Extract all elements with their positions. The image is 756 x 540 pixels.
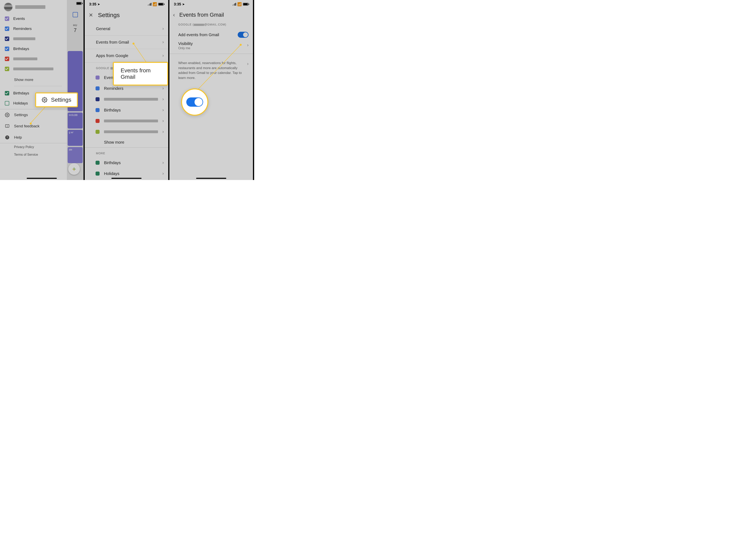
calendar-icon — [73, 12, 78, 17]
panel-settings-list: 3:35➤ 📶 ✕ Settings General›Events from G… — [85, 0, 169, 180]
sidebar-item-label: Help — [14, 135, 22, 140]
chevron-right-icon: › — [247, 61, 249, 80]
calendar-name-redacted — [104, 119, 158, 122]
calendar-name: Holidays — [13, 101, 28, 105]
battery-icon — [243, 3, 249, 6]
sidebar-item-feedback[interactable]: Send feedback — [0, 120, 67, 132]
close-icon[interactable]: ✕ — [89, 12, 93, 18]
callout-events-from-gmail: Events from Gmail — [113, 62, 168, 85]
calendar-name: Birthdays — [104, 108, 158, 112]
checkbox[interactable] — [5, 17, 9, 21]
toggle-switch — [186, 97, 203, 107]
checkbox[interactable] — [5, 91, 9, 95]
checkbox[interactable] — [5, 67, 9, 71]
settings-row-label: General — [96, 27, 110, 31]
calendar-settings-row[interactable]: › — [85, 126, 168, 137]
calendar-name-redacted — [104, 98, 158, 101]
chevron-right-icon: › — [162, 107, 164, 113]
calendar-name: Holidays — [104, 171, 158, 176]
show-more-link[interactable]: Show more — [0, 75, 67, 85]
feedback-icon — [5, 124, 10, 129]
calendar-settings-row[interactable]: › — [85, 115, 168, 126]
toggle-switch[interactable] — [238, 32, 249, 38]
setting-label: Visibility — [178, 41, 193, 46]
chevron-right-icon: › — [162, 53, 164, 58]
calendar-toggle-item[interactable]: Birthdays — [0, 44, 67, 54]
signal-icon — [148, 3, 151, 6]
location-icon: ➤ — [182, 3, 185, 6]
page-title: Settings — [98, 12, 120, 19]
calendar-toggle-item[interactable] — [0, 54, 67, 64]
sidebar-item-settings[interactable]: Settings — [0, 109, 67, 120]
status-time: 3:35 — [174, 2, 181, 6]
calendar-event: lmSLBB — [68, 112, 83, 129]
calendar-name: Reminders — [13, 27, 32, 31]
settings-row[interactable]: General› — [85, 22, 168, 36]
gear-icon — [5, 112, 10, 117]
calendar-settings-row[interactable]: Birthdays› — [85, 157, 168, 168]
calendar-settings-row[interactable]: › — [85, 94, 168, 105]
calendar-name: Events — [13, 17, 25, 21]
status-bar: 3:35➤ 📶 — [169, 0, 253, 8]
setting-value: Only me — [178, 47, 193, 50]
privacy-policy-link[interactable]: Privacy Policy — [0, 143, 67, 151]
navigation-drawer: EventsRemindersBirthdays Show more Birth… — [0, 0, 67, 180]
account-name-redacted — [15, 5, 46, 9]
calendar-toggle-item[interactable] — [0, 64, 67, 74]
panel-events-from-gmail: 3:35➤ 📶 ‹ Events from Gmail GOOGLE (@GMA… — [169, 0, 254, 180]
back-icon[interactable]: ‹ — [173, 12, 175, 18]
chevron-right-icon: › — [162, 86, 164, 91]
callout-label: Settings — [51, 97, 71, 103]
calendar-name-redacted — [13, 37, 35, 40]
checkbox[interactable] — [5, 47, 9, 51]
setting-description-row[interactable]: When enabled, reservations for flights, … — [169, 54, 253, 80]
checkbox[interactable] — [5, 37, 9, 41]
status-time: 3:35 — [89, 2, 96, 6]
signal-icon — [233, 3, 236, 6]
show-more-link[interactable]: Show more — [85, 137, 168, 147]
calendar-name-redacted — [13, 68, 54, 70]
calendar-toggle-item[interactable] — [0, 34, 67, 44]
terms-of-service-link[interactable]: Terms of Service — [0, 151, 67, 159]
setting-row-add-events[interactable]: Add events from Gmail — [169, 29, 253, 40]
calendar-color-indicator — [96, 161, 100, 165]
chevron-right-icon: › — [162, 129, 164, 134]
calendar-name: Birthdays — [13, 47, 29, 51]
settings-row[interactable]: Apps from Google› — [85, 49, 168, 63]
page-title: Events from Gmail — [179, 12, 224, 18]
settings-row[interactable]: Events from Gmail› — [85, 36, 168, 49]
sidebar-item-help[interactable]: ? Help — [0, 132, 67, 143]
calendar-event: ate — [68, 147, 83, 163]
checkbox[interactable] — [5, 27, 9, 31]
checkbox[interactable] — [5, 57, 9, 61]
calendar-color-indicator — [96, 130, 100, 134]
background-calendar-sliver: HU 7 lmSLBB g w/ ate + — [67, 0, 83, 180]
setting-description: When enabled, reservations for flights, … — [178, 61, 244, 80]
account-header[interactable] — [0, 0, 67, 13]
sidebar-item-label: Send feedback — [14, 124, 40, 128]
checkbox[interactable] — [5, 101, 9, 105]
calendar-color-indicator — [96, 86, 100, 90]
chevron-right-icon: › — [162, 160, 164, 165]
calendar-color-indicator — [96, 172, 100, 176]
battery-icon — [158, 3, 164, 6]
wifi-icon: 📶 — [153, 2, 157, 6]
calendar-settings-row[interactable]: Holidays› — [85, 168, 168, 179]
fab-add-button[interactable]: + — [68, 163, 80, 175]
callout-label: Events from Gmail — [121, 67, 161, 80]
calendar-settings-row[interactable]: Birthdays› — [85, 105, 168, 115]
callout-settings: Settings — [35, 92, 78, 107]
calendar-name: Reminders — [104, 86, 158, 91]
calendar-toggle-item[interactable]: Events — [0, 14, 67, 24]
svg-point-7 — [44, 99, 46, 101]
status-bar: 3:35➤ 📶 — [85, 0, 168, 8]
home-indicator — [196, 178, 226, 179]
setting-label: Add events from Gmail — [178, 33, 219, 37]
sidebar-item-label: Settings — [14, 113, 28, 117]
calendar-toggle-item[interactable]: Reminders — [0, 24, 67, 34]
svg-text:?: ? — [6, 136, 8, 139]
gear-icon — [42, 97, 48, 103]
calendar-color-indicator — [96, 75, 100, 79]
chevron-right-icon: › — [162, 26, 164, 31]
callout-toggle — [181, 88, 208, 116]
